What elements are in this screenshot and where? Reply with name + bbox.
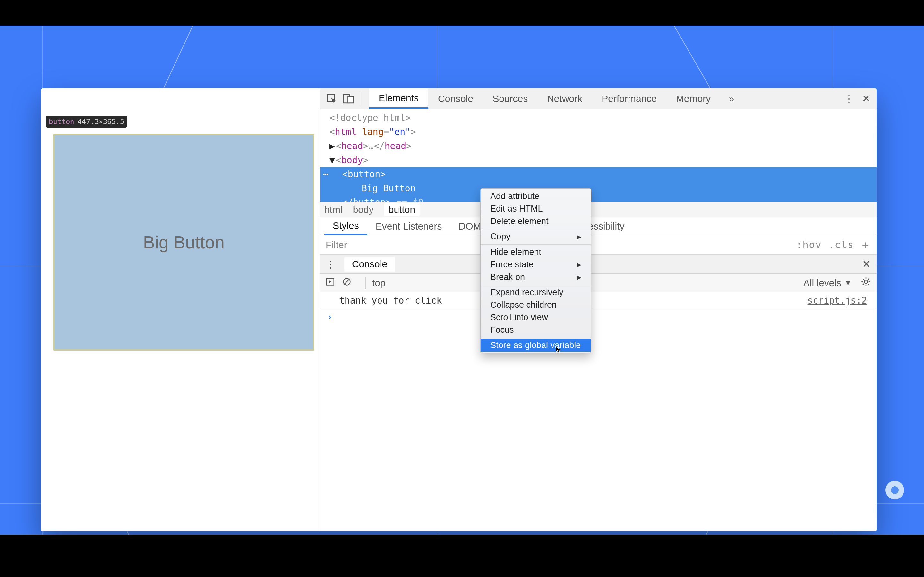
ctx-item[interactable]: Break on▶ (481, 271, 591, 284)
overflow-tabs-icon[interactable]: » (729, 93, 734, 104)
browser-devtools-window: button 447.3×365.5 Big Button Elements C… (41, 89, 877, 532)
console-drawer-header: ⋮ Console ✕ (320, 255, 877, 274)
devtools-tabbar: Elements Console Sources Network Perform… (320, 89, 877, 109)
console-context-selector[interactable]: top (372, 277, 386, 288)
styles-tabbar: Styles Event Listeners DOM rties Accessi… (320, 218, 877, 235)
chevron-down-icon: ▼ (845, 279, 851, 287)
crumb-body[interactable]: body (353, 204, 374, 215)
svg-rect-2 (348, 96, 354, 103)
inspect-icon[interactable] (326, 93, 337, 104)
log-source-link[interactable]: script.js:2 (808, 295, 867, 306)
console-settings-icon[interactable] (861, 277, 871, 289)
crumb-button[interactable]: button (384, 203, 420, 216)
console-drawer-title[interactable]: Console (344, 257, 395, 271)
tab-elements[interactable]: Elements (369, 89, 428, 109)
tooltip-tag: button (49, 118, 74, 126)
ctx-item[interactable]: Collapse children (481, 299, 591, 311)
console-prompt[interactable]: › (320, 309, 877, 324)
big-button[interactable]: Big Button (53, 134, 314, 351)
log-message: thank you for click (339, 295, 442, 306)
selected-line-handle[interactable]: ⋯ (323, 167, 330, 181)
page-preview-pane: button 447.3×365.5 Big Button (41, 89, 320, 532)
tooltip-dimensions: 447.3×365.5 (78, 118, 124, 126)
svg-line-5 (344, 279, 349, 284)
slide-background: button 447.3×365.5 Big Button Elements C… (0, 26, 924, 535)
ctx-item[interactable]: Expand recursively (481, 286, 591, 299)
svg-line-12 (868, 284, 869, 285)
console-menu-icon[interactable]: ⋮ (326, 259, 335, 270)
ctx-item[interactable]: Scroll into view (481, 311, 591, 324)
tab-network[interactable]: Network (537, 89, 592, 109)
close-drawer-icon[interactable]: ✕ (862, 258, 871, 270)
styles-filter-row: Filter :hov .cls ＋ (320, 235, 877, 255)
crumb-html[interactable]: html (325, 204, 342, 215)
breadcrumbs[interactable]: html body button (320, 202, 877, 218)
dom-tree[interactable]: <!doctype html> <html lang="en"> ▶<head>… (320, 109, 877, 202)
context-menu[interactable]: Add attributeEdit as HTMLDelete elementC… (480, 189, 591, 353)
chrome-logo-icon (885, 481, 904, 500)
toggle-sidebar-icon[interactable] (326, 277, 334, 288)
ctx-item[interactable]: Store as global variable (481, 339, 591, 351)
ctx-item[interactable]: Delete element (481, 215, 591, 227)
hov-cls-toggles[interactable]: :hov .cls (796, 239, 854, 250)
device-toolbar-icon[interactable] (343, 93, 354, 104)
new-style-rule-icon[interactable]: ＋ (860, 237, 871, 252)
tab-memory[interactable]: Memory (666, 89, 720, 109)
clear-console-icon[interactable] (342, 277, 351, 288)
big-button-label: Big Button (143, 232, 225, 253)
svg-point-6 (864, 280, 867, 284)
svg-line-13 (863, 284, 864, 285)
ctx-item[interactable]: Add attribute (481, 190, 591, 203)
ctx-item[interactable]: Hide element (481, 246, 591, 258)
devtools-pane: Elements Console Sources Network Perform… (320, 89, 877, 532)
svg-line-11 (863, 279, 864, 280)
svg-line-14 (868, 279, 869, 280)
console-output[interactable]: thank you for click script.js:2 › (320, 292, 877, 532)
console-toolbar: top All levels▼ (320, 274, 877, 292)
log-level-selector[interactable]: All levels▼ (803, 277, 851, 288)
ctx-item[interactable]: Force state▶ (481, 258, 591, 271)
tab-sources[interactable]: Sources (483, 89, 537, 109)
ctx-item[interactable]: Copy▶ (481, 230, 591, 243)
kebab-menu-icon[interactable]: ⋮ (844, 93, 854, 104)
ctx-item[interactable]: Focus (481, 324, 591, 336)
close-devtools-icon[interactable]: ✕ (862, 93, 870, 104)
tab-performance[interactable]: Performance (592, 89, 666, 109)
element-inspect-tooltip: button 447.3×365.5 (45, 116, 128, 127)
tab-styles[interactable]: Styles (325, 218, 367, 235)
tab-console[interactable]: Console (428, 89, 483, 109)
tab-event-listeners[interactable]: Event Listeners (367, 218, 451, 235)
filter-input[interactable]: Filter (326, 239, 347, 250)
ctx-item[interactable]: Edit as HTML (481, 203, 591, 215)
log-entry[interactable]: thank you for click script.js:2 (320, 292, 877, 309)
